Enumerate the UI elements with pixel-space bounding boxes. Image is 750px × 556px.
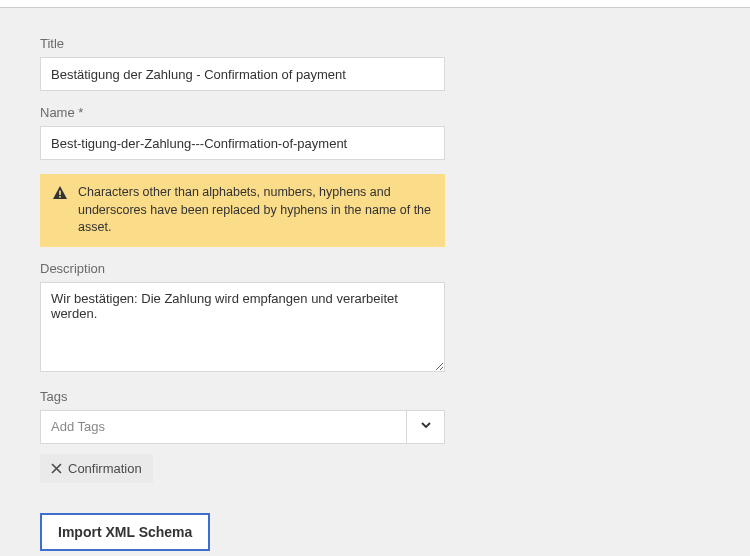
tags-input[interactable] — [40, 410, 407, 444]
title-label: Title — [40, 36, 710, 51]
warning-text: Characters other than alphabets, numbers… — [78, 184, 433, 237]
description-field-group: Description — [40, 261, 710, 375]
name-label: Name * — [40, 105, 710, 120]
name-input[interactable] — [40, 126, 445, 160]
description-textarea[interactable] — [40, 282, 445, 372]
import-xml-schema-button[interactable]: Import XML Schema — [40, 513, 210, 551]
tags-field-group: Tags Confirmation — [40, 389, 710, 483]
form-container: Title Name * Characters other than alpha… — [0, 8, 750, 556]
warning-box: Characters other than alphabets, numbers… — [40, 174, 445, 247]
tags-row — [40, 410, 445, 444]
name-field-group: Name * — [40, 105, 710, 160]
tags-label: Tags — [40, 389, 710, 404]
tag-chip-label: Confirmation — [68, 461, 142, 476]
close-icon[interactable] — [51, 463, 62, 474]
chevron-down-icon — [419, 418, 433, 435]
svg-rect-0 — [59, 191, 61, 196]
description-label: Description — [40, 261, 710, 276]
svg-rect-1 — [59, 196, 61, 198]
top-divider — [0, 0, 750, 8]
title-field-group: Title — [40, 36, 710, 91]
tag-chip: Confirmation — [40, 454, 153, 483]
alert-icon — [52, 185, 68, 204]
title-input[interactable] — [40, 57, 445, 91]
tags-dropdown-button[interactable] — [407, 410, 445, 444]
